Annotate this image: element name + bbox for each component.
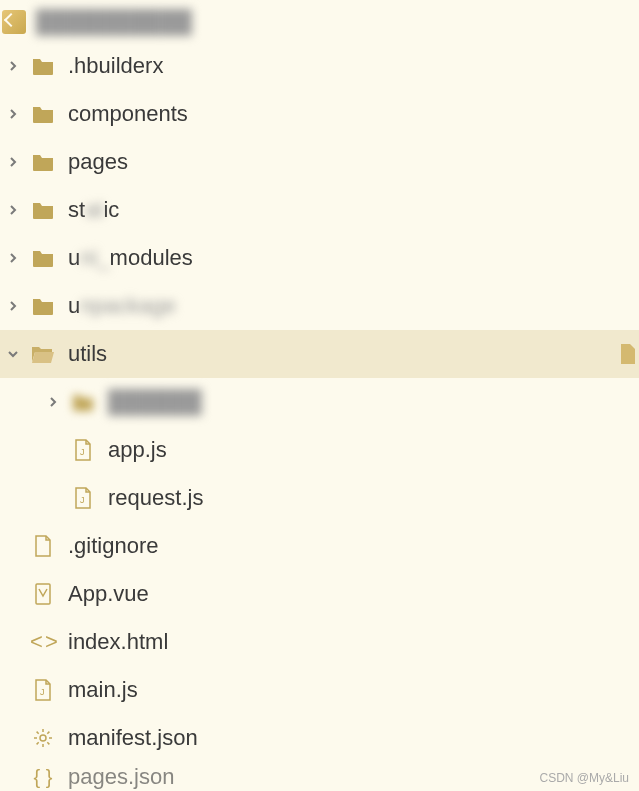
chevron-right-icon — [4, 57, 22, 75]
file-label: pages.json — [68, 764, 174, 790]
folder-uni-modules[interactable]: uni_modules — [0, 234, 639, 282]
file-label: App.vue — [68, 581, 149, 607]
file-tree: ██████████ .hbuilderx components pages s… — [0, 0, 639, 791]
folder-icon — [30, 53, 56, 79]
project-name: ██████████ — [36, 9, 192, 35]
svg-rect-2 — [36, 584, 50, 604]
file-manifest-json[interactable]: manifest.json — [0, 714, 639, 762]
chevron-right-icon — [44, 393, 62, 411]
file-badge-icon — [619, 344, 635, 364]
svg-text:J: J — [40, 687, 45, 697]
file-main-js[interactable]: J main.js — [0, 666, 639, 714]
js-file-icon: J — [70, 437, 96, 463]
gear-file-icon — [30, 725, 56, 751]
file-request-js[interactable]: J request.js — [0, 474, 639, 522]
file-label: .gitignore — [68, 533, 159, 559]
folder-label: uni_modules — [68, 245, 193, 271]
folder-hbuilderx[interactable]: .hbuilderx — [0, 42, 639, 90]
file-icon — [30, 533, 56, 559]
folder-icon — [30, 293, 56, 319]
file-label: main.js — [68, 677, 138, 703]
folder-icon — [30, 101, 56, 127]
folder-label: pages — [68, 149, 128, 175]
folder-label: unpackage — [68, 293, 176, 319]
folder-utils[interactable]: utils — [0, 330, 639, 378]
folder-icon — [30, 149, 56, 175]
chevron-right-icon — [4, 249, 22, 267]
folder-label: components — [68, 101, 188, 127]
folder-blurred-child[interactable]: ██████ — [0, 378, 639, 426]
svg-text:J: J — [80, 495, 85, 505]
chevron-right-icon — [4, 153, 22, 171]
folder-pages[interactable]: pages — [0, 138, 639, 186]
svg-point-4 — [40, 735, 46, 741]
chevron-right-icon — [4, 105, 22, 123]
file-gitignore[interactable]: .gitignore — [0, 522, 639, 570]
project-icon — [2, 10, 26, 34]
file-label: manifest.json — [68, 725, 198, 751]
js-file-icon: J — [70, 485, 96, 511]
project-root-row[interactable]: ██████████ — [0, 2, 639, 42]
folder-unpackage[interactable]: unpackage — [0, 282, 639, 330]
folder-label: static — [68, 197, 119, 223]
html-file-icon: < > — [30, 629, 56, 655]
vue-file-icon — [30, 581, 56, 607]
svg-text:J: J — [80, 447, 85, 457]
folder-icon — [30, 197, 56, 223]
chevron-down-icon — [4, 345, 22, 363]
folder-components[interactable]: components — [0, 90, 639, 138]
folder-open-icon — [30, 341, 56, 367]
folder-label: ██████ — [108, 389, 202, 415]
file-index-html[interactable]: < > index.html — [0, 618, 639, 666]
json-file-icon: { } — [30, 764, 56, 790]
file-label: index.html — [68, 629, 168, 655]
file-label: app.js — [108, 437, 167, 463]
file-app-js[interactable]: J app.js — [0, 426, 639, 474]
file-label: request.js — [108, 485, 203, 511]
folder-label: utils — [68, 341, 107, 367]
chevron-right-icon — [4, 201, 22, 219]
js-file-icon: J — [30, 677, 56, 703]
watermark-text: CSDN @My&Liu — [539, 771, 629, 785]
folder-icon — [30, 245, 56, 271]
chevron-right-icon — [4, 297, 22, 315]
folder-static[interactable]: static — [0, 186, 639, 234]
file-app-vue[interactable]: App.vue — [0, 570, 639, 618]
folder-label: .hbuilderx — [68, 53, 163, 79]
folder-icon — [70, 389, 96, 415]
